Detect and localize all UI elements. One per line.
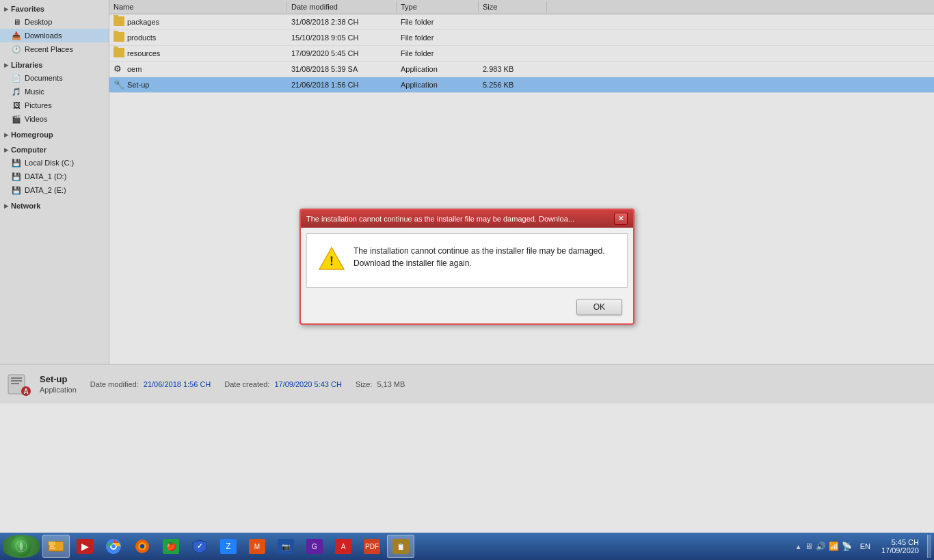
taskbar-app-purple[interactable]: G [301, 535, 328, 558]
taskbar-app-chrome[interactable] [100, 535, 127, 558]
dialog-body: ! The installation cannot continue as th… [306, 233, 628, 288]
warning-icon: ! [318, 245, 345, 272]
show-desktop-button[interactable] [927, 535, 931, 558]
clock-date: 17/09/2020 [881, 546, 919, 555]
taskbar: ▶ 🍎 [0, 533, 934, 560]
error-dialog: The installation cannot continue as the … [299, 209, 635, 325]
taskbar-app-explorer[interactable] [42, 535, 70, 558]
svg-rect-12 [50, 548, 55, 549]
dialog-message-line2: Download the installer file again. [353, 257, 605, 269]
svg-point-15 [111, 544, 116, 548]
taskbar-right: ▲ 🖥 🔊 📶 📡 EN 5:45 CH 17/09/2020 [792, 535, 931, 558]
taskbar-app-green[interactable]: 🍎 [157, 535, 185, 558]
taskbar-app-media[interactable]: ▶ [71, 535, 98, 558]
tray-arrow[interactable]: ▲ [795, 543, 802, 550]
dialog-footer: OK [301, 293, 633, 323]
tray-icon-network: 🖥 [805, 542, 813, 551]
taskbar-app-zoom[interactable]: Z [215, 535, 242, 558]
taskbar-app-red[interactable]: A [330, 535, 357, 558]
taskbar-app-file[interactable]: 📋 [387, 535, 414, 558]
start-orb [11, 536, 31, 557]
svg-rect-10 [49, 542, 55, 545]
taskbar-app-blue2[interactable]: 📷 [272, 535, 299, 558]
start-button[interactable] [3, 535, 40, 558]
taskbar-app-orange[interactable]: M [243, 535, 271, 558]
svg-point-18 [140, 544, 144, 548]
svg-text:!: ! [330, 254, 334, 268]
taskbar-app-shield[interactable]: ✓ [186, 535, 213, 558]
taskbar-app-acrobat[interactable]: PDF [358, 535, 386, 558]
taskbar-apps: ▶ 🍎 [42, 535, 792, 558]
tray-icon-monitor: 📶 [829, 542, 839, 551]
clock-time: 5:45 CH [881, 538, 919, 546]
system-tray: ▲ 🖥 🔊 📶 📡 [792, 542, 855, 551]
dialog-message-line1: The installation cannot continue as the … [353, 245, 605, 257]
dialog-ok-button[interactable]: OK [576, 299, 622, 315]
taskbar-language[interactable]: EN [857, 542, 873, 550]
svg-text:✓: ✓ [197, 542, 202, 550]
tray-icon-signal: 📡 [842, 542, 852, 551]
dialog-titlebar: The installation cannot continue as the … [301, 210, 633, 228]
dialog-overlay: The installation cannot continue as the … [0, 0, 934, 533]
tray-icon-sound[interactable]: 🔊 [816, 542, 826, 551]
taskbar-clock[interactable]: 5:45 CH 17/09/2020 [876, 538, 924, 555]
svg-rect-11 [50, 546, 54, 547]
dialog-message-container: The installation cannot continue as the … [353, 245, 605, 269]
taskbar-app-firefox[interactable] [129, 535, 156, 558]
dialog-title: The installation cannot continue as the … [306, 215, 614, 223]
dialog-close-button[interactable]: ✕ [614, 213, 628, 225]
